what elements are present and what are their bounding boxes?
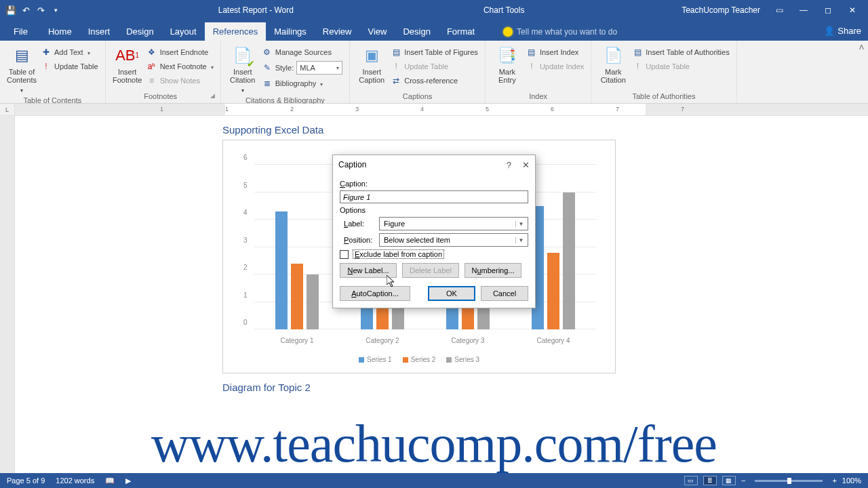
position-field-label: Position: [340, 236, 375, 244]
cross-reference-button[interactable]: ⇄Cross-reference [389, 75, 479, 87]
chart-bar [563, 192, 575, 330]
chart-bar [307, 274, 319, 329]
add-text-button[interactable]: ✚Add Text [39, 46, 100, 58]
update-toa-button[interactable]: !Update Table [631, 60, 730, 73]
cursor-icon [387, 275, 396, 287]
label-select[interactable]: Figure▼ [379, 217, 528, 230]
word-count[interactable]: 1202 words [56, 476, 94, 485]
show-notes-button[interactable]: ≡Show Notes [145, 75, 215, 87]
update-tof-button[interactable]: !Update Table [389, 60, 479, 73]
tab-references[interactable]: References [205, 22, 266, 41]
ok-button[interactable]: OK [428, 286, 475, 301]
insert-endnote-button[interactable]: ❖Insert Endnote [145, 46, 215, 58]
update-index-button[interactable]: !Update Index [525, 60, 585, 73]
update-toc-button[interactable]: !Update Table [39, 60, 100, 73]
update-tof-icon: ! [391, 61, 401, 72]
title-bar: 💾 ↶ ↷ ▾ Latest Report - Word Chart Tools… [0, 0, 868, 20]
tab-mailings[interactable]: Mailings [266, 22, 315, 41]
tab-home[interactable]: Home [40, 22, 80, 41]
next-footnote-button[interactable]: aᵇNext Footnote [145, 60, 215, 73]
mark-entry-button[interactable]: 📑 MarkEntry [491, 43, 524, 85]
chart-x-label: Category 4 [537, 337, 570, 344]
qat-customize-icon[interactable]: ▾ [50, 5, 61, 16]
insert-toa-button[interactable]: ▤Insert Table of Authorities [631, 46, 730, 58]
ribbon-options-icon[interactable]: ▭ [774, 5, 785, 16]
chart-legend: Series 1Series 2Series 3 [223, 356, 615, 363]
close-icon[interactable]: ✕ [847, 5, 858, 16]
insert-footnote-button[interactable]: AB1 InsertFootnote [111, 43, 144, 85]
zoom-slider[interactable] [755, 480, 823, 482]
manage-sources-button[interactable]: ⚙Manage Sources [260, 46, 344, 58]
group-label-toa: Table of Authorities [597, 92, 730, 102]
tab-layout[interactable]: Layout [162, 22, 205, 41]
toc-icon: ▤ [11, 45, 33, 66]
minimize-icon[interactable]: — [798, 5, 809, 16]
tab-selector[interactable]: L [0, 104, 15, 116]
tab-design[interactable]: Design [118, 22, 161, 41]
insert-table-of-figures-button[interactable]: ▤Insert Table of Figures [389, 46, 479, 58]
tab-chart-format[interactable]: Format [439, 22, 483, 41]
label-field-label: Label: [340, 220, 375, 228]
legend-item: Series 2 [403, 356, 436, 363]
tab-file[interactable]: File [1, 22, 40, 41]
bibliography-icon: ≣ [262, 78, 273, 89]
cancel-button[interactable]: Cancel [481, 286, 528, 301]
tell-me-search[interactable]: Tell me what you want to do [503, 23, 617, 41]
manage-sources-icon: ⚙ [262, 47, 273, 58]
tab-view[interactable]: View [359, 22, 395, 41]
chart-heading: Supporting Excel Data [155, 121, 711, 140]
tab-review[interactable]: Review [315, 22, 360, 41]
caption-field-label: Caption: [340, 180, 379, 188]
user-name: TeachUcomp Teacher [682, 5, 760, 15]
exclude-label-checkbox[interactable] [340, 250, 349, 259]
zoom-in-icon[interactable]: + [832, 476, 836, 485]
tab-chart-design[interactable]: Design [395, 22, 438, 41]
redo-icon[interactable]: ↷ [35, 5, 46, 16]
watermark-url: www.teachucomp.com/free [0, 418, 868, 470]
spellcheck-icon[interactable]: 📖 [105, 476, 115, 485]
share-button[interactable]: 👤 Share [824, 20, 861, 41]
dialog-close-icon[interactable]: ✕ [522, 160, 530, 170]
options-section-label: Options [340, 206, 528, 214]
read-mode-icon[interactable]: ▭ [684, 476, 698, 485]
ribbon-tabs: File Home Insert Design Layout Reference… [0, 20, 868, 41]
zoom-out-icon[interactable]: − [741, 476, 745, 485]
crossref-icon: ⇄ [391, 75, 401, 86]
zoom-level[interactable]: 100% [842, 476, 861, 485]
horizontal-ruler[interactable]: 1 1 2 3 4 5 6 7 7 [15, 104, 868, 115]
dialog-titlebar[interactable]: Caption ? ✕ [333, 155, 535, 174]
undo-icon[interactable]: ↶ [20, 5, 31, 16]
status-bar: Page 5 of 9 1202 words 📖 ▶ ▭ ≣ ▦ − + 100… [0, 473, 868, 488]
chart-bar [547, 253, 559, 329]
position-select[interactable]: Below selected item▼ [379, 233, 528, 247]
chart-x-labels: Category 1Category 2Category 3Category 4 [254, 337, 596, 344]
mark-citation-button[interactable]: 📄 MarkCitation [597, 43, 629, 85]
citation-icon: 📄✔ [232, 45, 254, 66]
numbering-button[interactable]: Numbering... [465, 263, 521, 278]
maximize-icon[interactable]: ◻ [823, 5, 833, 16]
save-icon[interactable]: 💾 [5, 5, 16, 16]
autocaption-button[interactable]: AutoCaption... [340, 286, 410, 301]
endnote-icon: ❖ [146, 47, 157, 58]
ruler: L 1 1 2 3 4 5 6 7 7 [0, 104, 868, 116]
group-label-footnotes: Footnotes◢ [111, 92, 215, 102]
dialog-help-icon[interactable]: ? [507, 160, 511, 170]
macro-icon[interactable]: ▶ [125, 476, 131, 485]
insert-citation-button[interactable]: 📄✔ InsertCitation ▾ [226, 43, 259, 96]
table-of-contents-button[interactable]: ▤ Table ofContents ▾ [5, 43, 38, 96]
share-icon: 👤 [824, 26, 835, 36]
print-layout-icon[interactable]: ≣ [703, 476, 717, 485]
footnote-icon: AB1 [117, 45, 138, 66]
collapse-ribbon-icon[interactable]: ᐱ [859, 43, 864, 51]
add-text-icon: ✚ [41, 47, 52, 58]
caption-input[interactable]: Figure 1 [340, 190, 528, 203]
tab-insert[interactable]: Insert [80, 22, 119, 41]
insert-index-button[interactable]: ▤Insert Index [525, 46, 585, 58]
toa-icon: ▤ [632, 47, 643, 58]
bibliography-button[interactable]: ≣Bibliography [260, 77, 344, 89]
insert-caption-button[interactable]: ▣ InsertCaption [355, 43, 388, 85]
footnotes-launcher-icon[interactable]: ◢ [210, 92, 215, 100]
page-indicator[interactable]: Page 5 of 9 [7, 476, 45, 485]
citation-style-select[interactable]: ✎Style: MLA▾ [260, 60, 344, 75]
web-layout-icon[interactable]: ▦ [722, 476, 736, 485]
